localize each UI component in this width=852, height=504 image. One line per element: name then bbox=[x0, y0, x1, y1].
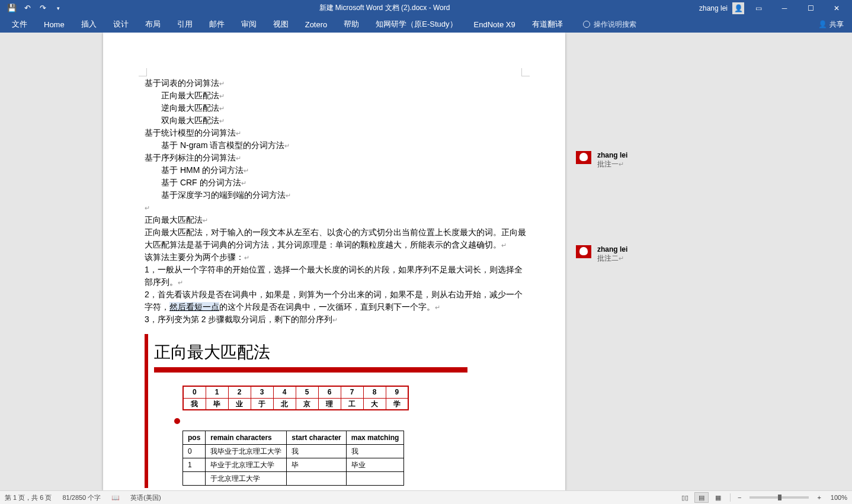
line: 基于深度学习的端到端的分词方法↵ bbox=[145, 189, 527, 201]
ribbon-options-button[interactable]: ▭ bbox=[747, 0, 770, 16]
tab-help[interactable]: 帮助 bbox=[335, 16, 367, 33]
title-right: zhang lei 👤 ▭ ─ ☐ ✕ bbox=[699, 0, 852, 16]
para-mark: ↵ bbox=[219, 80, 225, 87]
comment-author: zhang lei bbox=[597, 151, 627, 159]
qat-dropdown[interactable]: ▾ bbox=[52, 2, 64, 14]
share-button[interactable]: 👤 共享 bbox=[818, 20, 848, 30]
table-row: 于北京理工大学 bbox=[183, 472, 404, 486]
user-name[interactable]: zhang lei bbox=[699, 4, 728, 12]
status-page[interactable]: 第 1 页，共 6 页 bbox=[5, 493, 52, 502]
status-language[interactable]: 英语(美国) bbox=[130, 493, 161, 502]
embed-title: 正向最大匹配法 bbox=[154, 338, 467, 367]
blank-line: ↵ bbox=[145, 201, 527, 214]
spellcheck-icon[interactable]: 📖 bbox=[111, 494, 120, 502]
comment-author: zhang lei bbox=[597, 245, 627, 253]
bulb-icon bbox=[583, 21, 590, 28]
line: 基于统计模型的分词算法↵ bbox=[145, 127, 527, 139]
zoom-in-button[interactable]: + bbox=[815, 494, 823, 501]
paragraph: 1，一般从一个字符串的开始位置，选择一个最大长度的词长的片段，如果序列不足最大词… bbox=[145, 264, 527, 288]
line: 正向最大匹配法↵ bbox=[145, 89, 527, 102]
tab-estudy[interactable]: 知网研学（原E-Study） bbox=[367, 16, 465, 33]
page-container[interactable]: 基于词表的分词算法↵ 正向最大匹配法↵ 逆向最大匹配法↵ 双向最大匹配法↵ 基于… bbox=[0, 33, 852, 490]
web-layout-button[interactable]: ▦ bbox=[711, 492, 725, 503]
minimize-button[interactable]: ─ bbox=[773, 0, 796, 16]
tab-file[interactable]: 文件 bbox=[4, 16, 36, 33]
close-button[interactable]: ✕ bbox=[825, 0, 848, 16]
ribbon: 文件 Home 插入 设计 布局 引用 邮件 审阅 视图 Zotero 帮助 知… bbox=[0, 16, 852, 33]
share-label: 共享 bbox=[829, 20, 844, 30]
comment[interactable]: zhang lei 批注二↵ bbox=[576, 245, 738, 264]
comment[interactable]: zhang lei 批注一↵ bbox=[576, 151, 738, 169]
index-grid: 0123456789 我毕业于北京理工大学 bbox=[182, 386, 409, 410]
tab-insert[interactable]: 插入 bbox=[73, 16, 105, 33]
line: 基于 CRF 的分词方法↵ bbox=[145, 176, 527, 189]
line: 基于 N-gram 语言模型的分词方法↵ bbox=[145, 139, 527, 152]
matching-table: pos remain characters start character ma… bbox=[182, 431, 404, 486]
selected-text[interactable]: 然后看短一点 bbox=[169, 302, 219, 312]
user-avatar-icon[interactable]: 👤 bbox=[732, 2, 744, 14]
tell-me-label: 操作说明搜索 bbox=[594, 20, 636, 30]
tell-me-search[interactable]: 操作说明搜索 bbox=[583, 20, 636, 30]
comment-text: 批注二↵ bbox=[597, 253, 627, 264]
title-bar: 💾 ↶ ↷ ▾ 新建 Microsoft Word 文档 (2).docx - … bbox=[0, 0, 852, 16]
comment-avatar-icon bbox=[576, 151, 591, 164]
line: 基于词表的分词算法↵ bbox=[145, 77, 527, 89]
line: 基于序列标注的分词算法↵ bbox=[145, 152, 527, 164]
divider bbox=[730, 493, 731, 502]
red-divider bbox=[154, 367, 467, 373]
margin-corner-tl bbox=[139, 68, 147, 76]
tab-endnote[interactable]: EndNote X9 bbox=[466, 16, 524, 33]
comment-text: 批注一↵ bbox=[597, 159, 627, 169]
page[interactable]: 基于词表的分词算法↵ 正向最大匹配法↵ 逆向最大匹配法↵ 双向最大匹配法↵ 基于… bbox=[103, 33, 565, 490]
tab-zotero[interactable]: Zotero bbox=[297, 16, 336, 33]
zoom-level[interactable]: 100% bbox=[831, 494, 847, 501]
tab-review[interactable]: 审阅 bbox=[233, 16, 265, 33]
heading: 正向最大匹配法↵ bbox=[145, 214, 527, 226]
comment-avatar-icon bbox=[576, 245, 591, 258]
line: 基于 HMM 的分词方法↵ bbox=[145, 164, 527, 176]
paragraph: 正向最大匹配法，对于输入的一段文本从左至右、以贪心的方式切分出当前位置上长度最大… bbox=[145, 226, 527, 251]
quick-access-toolbar: 💾 ↶ ↷ ▾ bbox=[0, 2, 70, 14]
read-mode-button[interactable]: ▯▯ bbox=[678, 492, 692, 503]
paragraph: 该算法主要分为两个步骤：↵ bbox=[145, 251, 527, 264]
print-layout-button[interactable]: ▤ bbox=[694, 492, 709, 503]
window-title: 新建 Microsoft Word 文档 (2).docx - Word bbox=[70, 3, 699, 13]
document-content[interactable]: 基于词表的分词算法↵ 正向最大匹配法↵ 逆向最大匹配法↵ 双向最大匹配法↵ 基于… bbox=[145, 77, 527, 488]
red-dot-icon bbox=[174, 418, 180, 424]
margin-corner-tr bbox=[521, 68, 530, 76]
tab-design[interactable]: 设计 bbox=[105, 16, 137, 33]
redo-button[interactable]: ↷ bbox=[37, 2, 49, 14]
tab-layout[interactable]: 布局 bbox=[137, 16, 169, 33]
save-button[interactable]: 💾 bbox=[6, 2, 18, 14]
status-bar: 第 1 页，共 6 页 81/2850 个字 📖 英语(美国) ▯▯ ▤ ▦ −… bbox=[0, 490, 852, 504]
status-right: ▯▯ ▤ ▦ − + 100% bbox=[678, 492, 847, 503]
tab-youdao[interactable]: 有道翻译 bbox=[524, 16, 571, 33]
table-row: 1毕业于北京理工大学毕毕业 bbox=[183, 458, 404, 472]
zoom-thumb[interactable] bbox=[778, 495, 781, 500]
undo-button[interactable]: ↶ bbox=[21, 2, 33, 14]
share-icon: 👤 bbox=[818, 20, 827, 28]
maximize-button[interactable]: ☐ bbox=[799, 0, 822, 16]
paragraph: 2，首先看该片段是否在词典中，如果是，则算为一个分出来的词，如果不是，则从右边开… bbox=[145, 288, 527, 313]
line: 逆向最大匹配法↵ bbox=[145, 102, 527, 114]
document-area: 基于词表的分词算法↵ 正向最大匹配法↵ 逆向最大匹配法↵ 双向最大匹配法↵ 基于… bbox=[0, 33, 852, 490]
tab-mail[interactable]: 邮件 bbox=[201, 16, 233, 33]
tab-view[interactable]: 视图 bbox=[265, 16, 297, 33]
table-row: 0我毕业于北京理工大学我我 bbox=[183, 445, 404, 458]
tab-references[interactable]: 引用 bbox=[169, 16, 201, 33]
line: 双向最大匹配法↵ bbox=[145, 114, 527, 127]
paragraph: 3，序列变为第 2 步骤截取分词后，剩下的部分序列↵ bbox=[145, 313, 527, 326]
embedded-image[interactable]: 正向最大匹配法 0123456789 我毕业于北京理工大学 bbox=[145, 334, 473, 488]
comments-pane: zhang lei 批注一↵ zhang lei 批注二↵ bbox=[565, 33, 749, 490]
tab-home[interactable]: Home bbox=[36, 16, 73, 33]
status-wordcount[interactable]: 81/2850 个字 bbox=[62, 493, 101, 502]
zoom-out-button[interactable]: − bbox=[735, 494, 744, 501]
zoom-slider[interactable] bbox=[749, 496, 809, 499]
